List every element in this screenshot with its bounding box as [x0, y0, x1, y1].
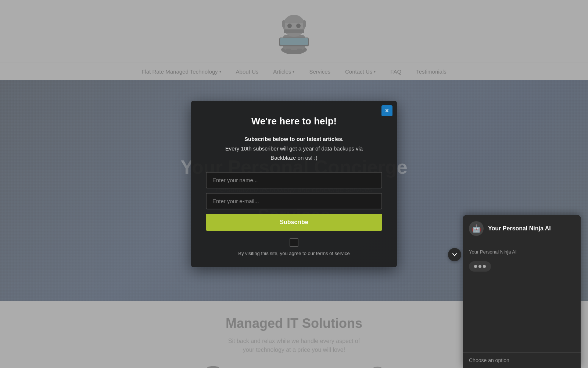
- ai-chat-collapse-button[interactable]: [448, 248, 461, 261]
- ai-typing-indicator: [469, 261, 491, 272]
- terms-checkbox[interactable]: [290, 238, 298, 247]
- email-input[interactable]: [206, 193, 382, 209]
- ai-chat-header: 🤖 Your Personal Ninja AI: [463, 215, 581, 242]
- terms-text: By visiting this site, you agree to our …: [206, 251, 382, 256]
- modal-title: We're here to help!: [206, 116, 382, 127]
- chevron-down-icon: [452, 252, 458, 258]
- typing-dot-1: [474, 265, 477, 268]
- ai-chat-title: Your Personal Ninja AI: [488, 225, 551, 232]
- modal-body: Subscribe below to our latest articles. …: [206, 134, 382, 163]
- ai-message-area: Your Personal Ninja AI: [469, 249, 575, 345]
- ai-avatar-icon: 🤖: [469, 221, 484, 236]
- subscribe-modal: × We're here to help! Subscribe below to…: [191, 101, 397, 267]
- modal-close-button[interactable]: ×: [381, 105, 392, 116]
- name-input[interactable]: [206, 172, 382, 188]
- typing-dot-3: [483, 265, 486, 268]
- checkbox-row: [206, 238, 382, 247]
- ai-choose-option-label: Choose an option: [469, 357, 509, 363]
- ai-chat-body: Your Personal Ninja AI: [463, 242, 581, 352]
- subscribe-button[interactable]: Subscribe: [206, 214, 382, 231]
- ai-chat-footer: Choose an option: [463, 352, 581, 368]
- typing-dot-2: [478, 265, 481, 268]
- ai-chat-panel: 🤖 Your Personal Ninja AI Your Personal N…: [463, 215, 581, 368]
- ai-sender-label: Your Personal Ninja AI: [469, 249, 575, 255]
